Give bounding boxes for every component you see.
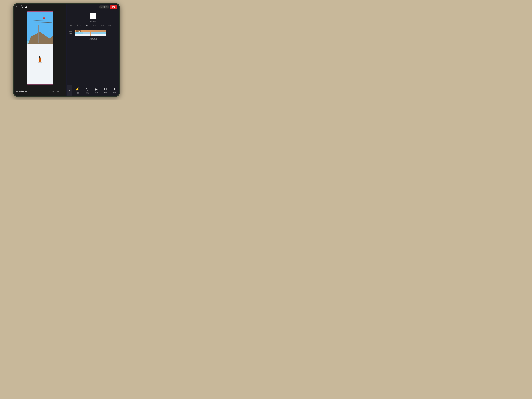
- skier-body: [38, 58, 41, 62]
- cutout-label: 抠像: [113, 92, 116, 94]
- video-track-row: 设置封面 44.9s: [67, 29, 119, 37]
- editor-panel: 1080P ▼ 导出 + 添加媒体 00:00 00:01 00:02: [67, 4, 119, 96]
- time-display: 00:01 / 00:44: [16, 90, 27, 92]
- clip-thumb-3: [91, 32, 98, 36]
- animate-label: 动画: [95, 92, 98, 94]
- split-label: 分割: [76, 92, 79, 94]
- expand-icon[interactable]: ⊡: [25, 5, 27, 8]
- skier-head: [39, 56, 41, 58]
- tool-speed[interactable]: ⏱ 变速: [86, 87, 89, 94]
- skier: [38, 56, 41, 63]
- speed-label: 变速: [86, 92, 89, 94]
- quality-arrow-icon: ▼: [106, 6, 108, 8]
- help-icon[interactable]: ?: [20, 5, 23, 8]
- quality-selector[interactable]: 1080P ▼: [99, 6, 109, 8]
- quality-label: 1080P: [101, 6, 106, 8]
- add-audio-label: + 添加音频: [89, 38, 97, 40]
- bottom-toolbar: ‹ ⚡ 分割 ⏱ 变速 ▶ 动画: [67, 85, 119, 96]
- set-cover-label[interactable]: 设置封面: [67, 31, 74, 35]
- video-preview-panel: ✕ ? ⊡: [14, 4, 66, 96]
- animate-icon: ▶: [95, 88, 98, 91]
- video-clip[interactable]: 44.9s: [75, 30, 106, 36]
- redo-button[interactable]: ↪: [57, 90, 59, 93]
- playback-icon-group: ▷ ↩ ↪ ⛶: [48, 90, 64, 93]
- total-time: 00:44: [22, 90, 27, 92]
- phone-device: ✕ ? ⊡: [13, 3, 120, 97]
- thumb-snow-3: [91, 34, 98, 36]
- ruler-mark-3: 00:03: [93, 25, 101, 26]
- delete-label: 删除: [104, 92, 107, 94]
- video-scene: [27, 12, 53, 84]
- clip-duration: 44.9s: [76, 30, 81, 32]
- thumb-snow-1: [75, 34, 83, 36]
- ruler-mark-5: 00:0: [108, 25, 116, 26]
- ruler-mark-1: 00:01: [77, 25, 85, 26]
- video-preview-area: [14, 4, 66, 96]
- top-bar-right: 1080P ▼ 导出: [67, 4, 119, 10]
- fullscreen-button[interactable]: ⛶: [62, 90, 64, 93]
- back-button[interactable]: ‹: [67, 85, 72, 96]
- delete-icon: ☐: [104, 88, 107, 91]
- timeline-area: 00:00 00:01 00:02 00:03 00:04 00:0 设置封面: [67, 24, 119, 85]
- tool-items: ⚡ 分割 ⏱ 变速 ▶ 动画 ☐: [72, 87, 119, 94]
- undo-button[interactable]: ↩: [52, 90, 55, 93]
- phone-screen: ✕ ? ⊡: [14, 4, 119, 96]
- timeline-ruler: 00:00 00:01 00:02 00:03 00:04 00:0: [67, 24, 119, 27]
- clip-thumb-2: [83, 32, 90, 36]
- playback-controls: 00:01 / 00:44 ▷ ↩ ↪ ⛶: [14, 87, 66, 96]
- play-button[interactable]: ▷: [48, 90, 50, 93]
- snow-ground: [27, 44, 53, 84]
- tool-animate[interactable]: ▶ 动画: [95, 88, 98, 94]
- ruler-mark-0: 00:00: [70, 25, 77, 26]
- ruler-mark-2: 00:02: [85, 25, 93, 26]
- add-media-area: + 添加媒体: [67, 10, 119, 24]
- playhead[interactable]: [81, 27, 81, 85]
- add-media-button[interactable]: +: [89, 13, 96, 19]
- skier-skis: [38, 62, 42, 63]
- current-time: 00:01: [16, 90, 21, 92]
- speed-icon: ⏱: [86, 87, 89, 91]
- thumb-snow-2: [83, 34, 90, 36]
- timeline-tracks: 设置封面 44.9s: [67, 27, 119, 85]
- split-icon: ⚡: [75, 87, 79, 91]
- clip-thumb-1: [75, 32, 83, 36]
- add-audio-button[interactable]: + 添加音频: [67, 37, 119, 42]
- ruler-marks: 00:00 00:01 00:02 00:03 00:04 00:0: [70, 25, 116, 26]
- time-sep: /: [21, 90, 22, 92]
- video-track-content: 44.9s: [74, 29, 119, 36]
- cutout-icon: ♟: [113, 88, 116, 91]
- tool-delete[interactable]: ☐ 删除: [104, 88, 107, 94]
- export-button[interactable]: 导出: [110, 5, 117, 9]
- gondola: [43, 18, 45, 19]
- thumb-snow-4: [98, 34, 106, 36]
- clip-thumb-4: [98, 32, 106, 36]
- add-media-label: 添加媒体: [89, 20, 96, 23]
- tool-cutout[interactable]: ♟ 抠像: [113, 88, 116, 94]
- video-frame: [27, 12, 53, 84]
- tool-split[interactable]: ⚡ 分割: [75, 87, 79, 94]
- close-icon[interactable]: ✕: [16, 5, 18, 8]
- ruler-mark-4: 00:04: [101, 25, 109, 26]
- top-bar-left: ✕ ? ⊡: [14, 4, 66, 10]
- cable-pole: [38, 25, 38, 43]
